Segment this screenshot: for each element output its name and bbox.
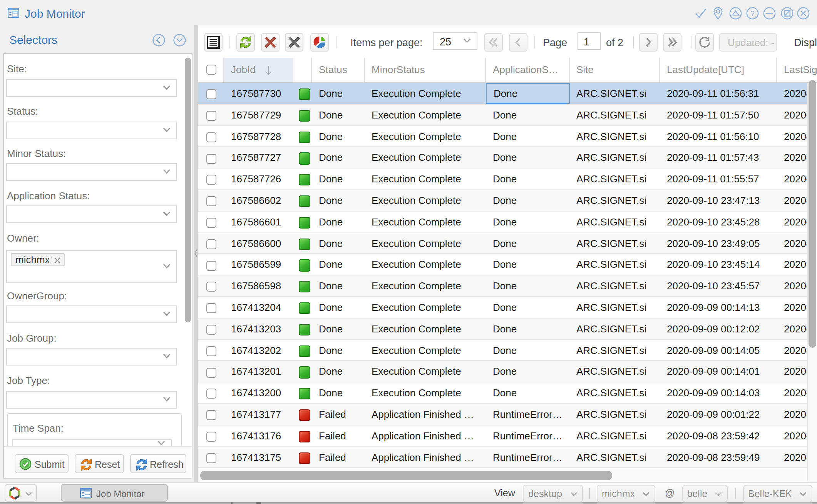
svg-text:?: ? <box>750 9 755 18</box>
